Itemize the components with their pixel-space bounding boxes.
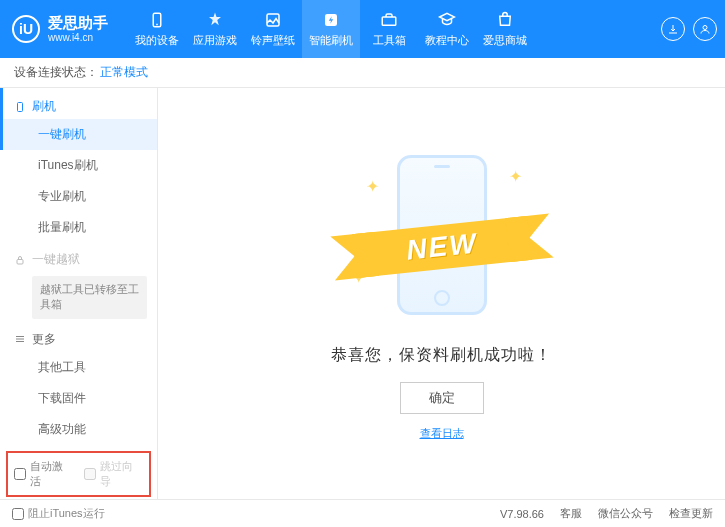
svg-rect-4 — [382, 17, 396, 25]
status-mode: 正常模式 — [100, 64, 148, 81]
version-label: V7.98.66 — [500, 508, 544, 520]
flash-icon — [321, 10, 341, 30]
status-label: 设备连接状态： — [14, 64, 98, 81]
status-bar: 设备连接状态： 正常模式 — [0, 58, 725, 88]
wallpaper-icon — [263, 10, 283, 30]
success-illustration: ✦ ✦ ✦ NEW — [342, 147, 542, 327]
sidebar: 刷机 一键刷机 iTunes刷机 专业刷机 批量刷机 一键越狱 越狱工具已转移至… — [0, 88, 158, 499]
store-icon — [495, 10, 515, 30]
sidebar-item-pro-flash[interactable]: 专业刷机 — [0, 181, 157, 212]
sidebar-item-other-tools[interactable]: 其他工具 — [0, 352, 157, 383]
menu-lines-icon — [14, 333, 26, 345]
top-nav: 我的设备 应用游戏 铃声壁纸 智能刷机 工具箱 教程中心 爱思商城 — [128, 0, 661, 58]
sidebar-item-one-key-flash[interactable]: 一键刷机 — [0, 119, 157, 150]
jailbreak-moved-note: 越狱工具已转移至工具箱 — [32, 276, 147, 319]
toolbox-icon — [379, 10, 399, 30]
svg-rect-6 — [18, 102, 23, 111]
sidebar-group-jailbreak: 一键越狱 — [0, 243, 157, 272]
sidebar-item-advanced[interactable]: 高级功能 — [0, 414, 157, 445]
apps-icon — [205, 10, 225, 30]
sidebar-group-more[interactable]: 更多 — [0, 323, 157, 352]
nav-apps-games[interactable]: 应用游戏 — [186, 0, 244, 58]
nav-tutorials[interactable]: 教程中心 — [418, 0, 476, 58]
nav-store[interactable]: 爱思商城 — [476, 0, 534, 58]
ok-button[interactable]: 确定 — [400, 382, 484, 414]
sidebar-item-download-firmware[interactable]: 下载固件 — [0, 383, 157, 414]
lock-icon — [14, 254, 26, 266]
device-icon — [147, 10, 167, 30]
tutorial-icon — [437, 10, 457, 30]
skip-guide-checkbox[interactable]: 跳过向导 — [84, 459, 144, 489]
phone-icon — [14, 101, 26, 113]
nav-toolbox[interactable]: 工具箱 — [360, 0, 418, 58]
sidebar-group-flash[interactable]: 刷机 — [0, 88, 157, 119]
auto-activate-checkbox[interactable]: 自动激活 — [14, 459, 74, 489]
sidebar-item-batch-flash[interactable]: 批量刷机 — [0, 212, 157, 243]
view-log-link[interactable]: 查看日志 — [420, 426, 464, 441]
main-panel: ✦ ✦ ✦ NEW 恭喜您，保资料刷机成功啦！ 确定 查看日志 — [158, 88, 725, 499]
app-logo: iU 爱思助手 www.i4.cn — [12, 15, 108, 43]
customer-service-link[interactable]: 客服 — [560, 506, 582, 521]
block-itunes-checkbox[interactable]: 阻止iTunes运行 — [12, 506, 105, 521]
new-ribbon: NEW — [352, 215, 532, 277]
footer-bar: 阻止iTunes运行 V7.98.66 客服 微信公众号 检查更新 — [0, 499, 725, 527]
sidebar-item-itunes-flash[interactable]: iTunes刷机 — [0, 150, 157, 181]
nav-smart-flash[interactable]: 智能刷机 — [302, 0, 360, 58]
highlighted-options-box: 自动激活 跳过向导 — [6, 451, 151, 497]
nav-my-device[interactable]: 我的设备 — [128, 0, 186, 58]
nav-ringtone-wallpaper[interactable]: 铃声壁纸 — [244, 0, 302, 58]
logo-icon: iU — [12, 15, 40, 43]
svg-rect-7 — [17, 259, 23, 264]
success-message: 恭喜您，保资料刷机成功啦！ — [331, 345, 552, 366]
brand-url: www.i4.cn — [48, 32, 108, 43]
brand-name: 爱思助手 — [48, 15, 108, 32]
